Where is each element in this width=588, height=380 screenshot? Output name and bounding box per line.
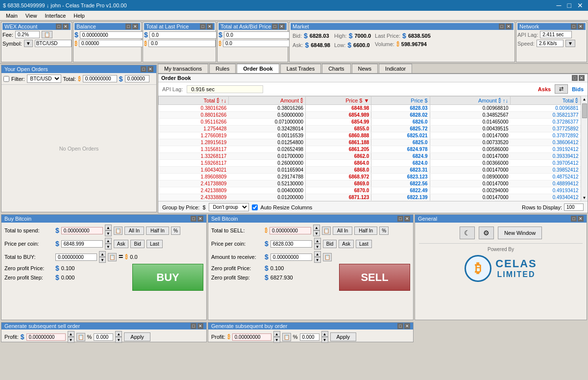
- gen-buy-up[interactable]: ▲: [273, 331, 280, 337]
- open-orders-close[interactable]: ✕: [147, 66, 153, 72]
- price-down-sell[interactable]: ▼: [314, 244, 321, 250]
- total-buy-copy[interactable]: 📋: [108, 253, 117, 261]
- total-spend-input[interactable]: [61, 227, 103, 234]
- scroll-down-arrow[interactable]: ▼: [582, 195, 588, 201]
- settings-button[interactable]: ⚙: [479, 227, 494, 239]
- table-row[interactable]: 1.60434021 0.01165904 6868.0 6823.31 0.0…: [159, 167, 581, 174]
- percent-button-sell[interactable]: %: [379, 227, 389, 235]
- gen-sell-up[interactable]: ▲: [68, 331, 74, 337]
- total-sell-copy[interactable]: 📋: [322, 227, 331, 235]
- total-buy-down[interactable]: ▼: [99, 257, 106, 263]
- percent-button-buy[interactable]: %: [171, 227, 180, 235]
- tab-news[interactable]: News: [352, 64, 378, 73]
- order-book-scroll-area[interactable]: Total ₿ ↑↓ Amount ₿ Price $ ▼ Price $ Am…: [158, 96, 581, 201]
- total-ask-bid-close[interactable]: ✕: [279, 24, 285, 29]
- order-book-close[interactable]: ✕: [579, 75, 585, 81]
- scroll-thumb[interactable]: [582, 103, 587, 118]
- total-ask-dollar-input[interactable]: [224, 31, 291, 39]
- gen-sell-profit-input[interactable]: [26, 333, 66, 341]
- amount-receive-up[interactable]: ▲: [314, 251, 321, 257]
- swap-button[interactable]: ⇄: [555, 84, 568, 94]
- table-row[interactable]: 1.2754428 0.32428014 6855.0 6825.72 0.00…: [159, 126, 581, 132]
- tab-last-trades[interactable]: Last Trades: [280, 64, 321, 73]
- total-last-dollar-input[interactable]: [149, 31, 217, 39]
- open-orders-icon1[interactable]: □: [141, 66, 147, 72]
- balance-dollar-input[interactable]: [80, 31, 147, 39]
- amount-receive-copy[interactable]: 📋: [323, 253, 332, 261]
- price-per-coin-input-buy[interactable]: [61, 240, 103, 248]
- gen-buy-percent-input[interactable]: [300, 333, 319, 341]
- gen-sell-copy[interactable]: 📋: [76, 333, 85, 341]
- filter-select[interactable]: BTC/USD: [27, 75, 61, 83]
- market-close[interactable]: ✕: [506, 24, 512, 29]
- price-down-buy[interactable]: ▼: [105, 244, 112, 250]
- wex-account-close[interactable]: ✕: [63, 24, 69, 29]
- table-row[interactable]: 2.41738809 0.52130000 6869.0 6822.56 0.0…: [159, 180, 581, 187]
- half-in-button-buy[interactable]: Half In: [146, 227, 169, 235]
- buy-panel-close[interactable]: ✕: [197, 216, 203, 222]
- table-row[interactable]: 1.27660819 0.00116539 6860.888 6825.021 …: [159, 132, 581, 139]
- table-row[interactable]: 0.95116266 0.071000000 6854.99 6826.0 0.…: [159, 119, 581, 126]
- sell-panel-close[interactable]: ✕: [404, 216, 410, 222]
- menu-interface[interactable]: Interface: [41, 12, 70, 19]
- balance-icon1[interactable]: □: [125, 24, 131, 29]
- total-last-btc-input[interactable]: [148, 40, 216, 47]
- total-sell-up[interactable]: ▲: [313, 225, 320, 230]
- last-button-sell[interactable]: Last: [356, 240, 372, 248]
- total-buy-up[interactable]: ▲: [99, 251, 106, 257]
- ask-button-sell[interactable]: Ask: [339, 240, 354, 248]
- all-in-button-sell[interactable]: All In: [333, 227, 352, 235]
- total-spend-down[interactable]: ▼: [105, 230, 112, 236]
- half-in-button-sell[interactable]: Half In: [354, 227, 377, 235]
- tab-charts[interactable]: Charts: [322, 64, 350, 73]
- network-icon1[interactable]: □: [571, 24, 577, 29]
- price-up-buy[interactable]: ▲: [105, 238, 112, 244]
- gen-sell-close[interactable]: ✕: [197, 323, 203, 329]
- buy-button[interactable]: BUY: [132, 264, 203, 291]
- price-up-sell[interactable]: ▲: [314, 238, 321, 244]
- table-row[interactable]: 1.59268117 0.26000000 6864.0 6824.0 0.00…: [159, 160, 581, 167]
- price-per-coin-input-sell[interactable]: [270, 240, 312, 248]
- total-spend-copy[interactable]: 📋: [114, 227, 122, 235]
- gen-buy-copy[interactable]: 📋: [282, 333, 291, 341]
- filter-checkbox[interactable]: [3, 76, 9, 82]
- new-window-button[interactable]: New Window: [498, 227, 542, 239]
- balance-btc-input[interactable]: [79, 40, 146, 47]
- ask-button-buy[interactable]: Ask: [114, 240, 129, 248]
- gen-buy-icon1[interactable]: □: [397, 323, 403, 329]
- bid-button-sell[interactable]: Bid: [323, 240, 337, 248]
- menu-help[interactable]: Help: [70, 12, 89, 19]
- symbol-dropdown-arrow[interactable]: ▼: [24, 40, 33, 47]
- sell-button[interactable]: SELL: [339, 264, 410, 291]
- tab-rules[interactable]: Rules: [209, 64, 236, 73]
- sell-panel-icon1[interactable]: □: [397, 216, 403, 222]
- gen-sell-icon1[interactable]: □: [191, 323, 196, 329]
- rows-input[interactable]: [564, 203, 584, 211]
- all-in-button-buy[interactable]: All In: [124, 227, 144, 235]
- total-spend-up[interactable]: ▲: [105, 225, 112, 230]
- gen-sell-percent-input[interactable]: [94, 333, 113, 341]
- total-sell-input[interactable]: [270, 227, 311, 234]
- moon-button[interactable]: ☾: [460, 227, 475, 239]
- total-sell-down[interactable]: ▼: [313, 230, 320, 236]
- table-row[interactable]: 1.33268117 0.01700000 6862.0 6824.9 0.00…: [159, 153, 581, 160]
- gen-sell-down[interactable]: ▼: [68, 337, 74, 343]
- gen-buy-apply-button[interactable]: Apply: [330, 332, 357, 341]
- last-button-buy[interactable]: Last: [147, 240, 163, 248]
- bid-button-buy[interactable]: Bid: [130, 240, 144, 248]
- gen-buy-pct-down[interactable]: ▼: [321, 337, 328, 343]
- total-ask-bid-icon1[interactable]: □: [272, 24, 278, 29]
- auto-resize-checkbox[interactable]: [252, 204, 258, 210]
- amount-receive-down[interactable]: ▼: [314, 257, 321, 263]
- table-row[interactable]: 0.88016266 0.50000000 6854.989 6828.02 0…: [159, 112, 581, 119]
- general-close[interactable]: ✕: [578, 216, 584, 222]
- speed-dropdown-button[interactable]: ▼: [565, 40, 575, 47]
- table-row[interactable]: 1.31568117 0.02652498 6861.205 6824.978 …: [159, 146, 581, 153]
- table-row[interactable]: 2.42138809 0.00400000 6870.0 6822.49 0.0…: [159, 187, 581, 194]
- total-last-icon1[interactable]: □: [200, 24, 206, 29]
- gen-buy-down[interactable]: ▼: [273, 337, 280, 343]
- group-select[interactable]: Don't group: [209, 203, 249, 211]
- scroll-up-arrow[interactable]: ▲: [582, 96, 588, 102]
- menu-main[interactable]: Main: [2, 12, 22, 19]
- tab-indicator[interactable]: Indicator: [379, 64, 412, 73]
